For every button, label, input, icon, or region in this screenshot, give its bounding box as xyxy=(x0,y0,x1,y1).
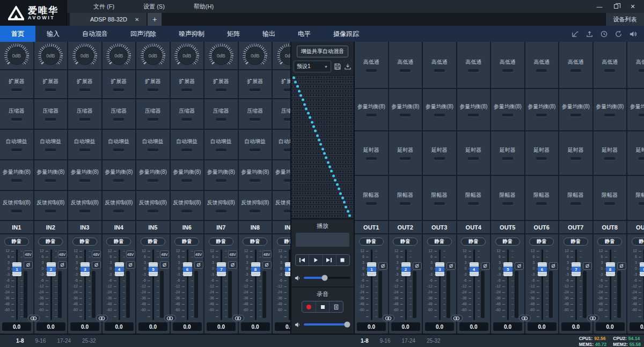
processor-button-1[interactable]: 参量均衡(8) xyxy=(594,89,627,131)
automix-mode-button[interactable]: 增益共享自动混音 xyxy=(297,46,348,57)
mute-button[interactable]: 静音 xyxy=(564,238,588,246)
processor-button-3[interactable]: 限幅器 xyxy=(559,176,592,221)
channel-link-button[interactable] xyxy=(519,315,531,321)
fader-track[interactable] xyxy=(16,249,18,320)
processor-button-4[interactable]: 反馈抑制(8) xyxy=(68,191,101,221)
fader-handle[interactable]: 9 xyxy=(285,262,291,276)
processor-button-3[interactable]: 限幅器 xyxy=(389,176,422,221)
processor-button-0[interactable]: 高低通 xyxy=(594,42,627,89)
processor-button-0[interactable]: 高低通 xyxy=(559,42,592,89)
fader-track[interactable] xyxy=(371,249,372,320)
prev-button[interactable] xyxy=(296,255,309,265)
gain-knob[interactable]: 0dB xyxy=(277,43,291,68)
next-button[interactable] xyxy=(323,255,336,265)
gain-knob[interactable]: 0dB xyxy=(72,43,97,68)
nav-tab-1[interactable]: 首页 xyxy=(0,26,35,42)
phase-invert-button[interactable]: Ø xyxy=(515,262,524,270)
fader-handle[interactable]: 4 xyxy=(470,262,479,276)
input-range-tab-17-24[interactable]: 17-24 xyxy=(57,338,71,344)
phantom-48v-button[interactable]: 48V xyxy=(228,250,237,258)
channel-link-button[interactable] xyxy=(383,315,394,321)
device-list-button[interactable]: 设备列表 xyxy=(605,13,644,26)
phase-invert-button[interactable]: Ø xyxy=(378,262,387,270)
phase-invert-button[interactable]: Ø xyxy=(549,262,558,270)
fader-handle[interactable]: 1 xyxy=(12,262,21,276)
fader-track[interactable] xyxy=(541,249,543,320)
processor-button-3[interactable]: 参量均衡(8) xyxy=(204,160,238,191)
input-range-tab-1-8[interactable]: 1-8 xyxy=(16,338,24,344)
fader-track[interactable] xyxy=(119,249,120,320)
processor-button-1[interactable]: 压缩器 xyxy=(273,99,291,130)
processor-button-3[interactable]: 参量均衡(8) xyxy=(239,160,272,191)
fader-handle[interactable]: 5 xyxy=(503,262,513,276)
processor-button-0[interactable]: 高低通 xyxy=(491,42,524,89)
nav-tab-4[interactable]: 回声消除 xyxy=(119,26,167,42)
refresh-icon[interactable] xyxy=(614,29,623,39)
fader-track[interactable] xyxy=(289,249,290,320)
record-volume-handle[interactable] xyxy=(344,322,350,328)
mute-button[interactable]: 静音 xyxy=(209,238,233,246)
processor-button-4[interactable]: 反馈抑制(8) xyxy=(273,191,291,221)
processor-button-0[interactable]: 扩展器 xyxy=(171,70,204,99)
nav-tab-6[interactable]: 矩阵 xyxy=(216,26,251,42)
processor-button-2[interactable]: 自动增益 xyxy=(273,130,291,160)
playback-volume-handle[interactable] xyxy=(322,275,328,281)
processor-button-2[interactable]: 自动增益 xyxy=(171,130,204,160)
gain-knob[interactable]: 0dB xyxy=(38,43,63,68)
processor-button-1[interactable]: 参量均衡(8) xyxy=(525,89,559,131)
mute-button[interactable]: 静音 xyxy=(461,238,486,246)
processor-button-0[interactable]: 高低通 xyxy=(525,42,559,89)
mute-button[interactable]: 静音 xyxy=(495,238,520,246)
processor-button-2[interactable]: 自动增益 xyxy=(0,130,33,160)
phantom-48v-button[interactable]: 48V xyxy=(126,250,135,258)
processor-button-4[interactable]: 反馈抑制(8) xyxy=(34,191,68,221)
fader-handle[interactable]: 4 xyxy=(115,262,124,276)
gain-knob[interactable]: 0dB xyxy=(141,43,165,68)
processor-button-2[interactable]: 延时器 xyxy=(355,131,388,176)
record-volume-slider[interactable] xyxy=(304,323,350,326)
processor-button-2[interactable]: 自动增益 xyxy=(103,130,136,160)
mute-button[interactable]: 静音 xyxy=(72,238,97,246)
phase-invert-button[interactable]: Ø xyxy=(58,261,67,269)
processor-button-3[interactable]: 限幅器 xyxy=(525,176,559,221)
processor-button-3[interactable]: 参量均衡(8) xyxy=(273,160,291,191)
processor-button-3[interactable]: 参量均衡(8) xyxy=(171,160,204,191)
processor-button-2[interactable]: 延时器 xyxy=(457,131,491,176)
mute-button[interactable]: 静音 xyxy=(38,238,63,246)
fader-handle[interactable]: 2 xyxy=(47,262,56,276)
output-range-tab-25-32[interactable]: 25-32 xyxy=(427,338,441,344)
fader-track[interactable] xyxy=(84,249,86,320)
phantom-48v-button[interactable]: 48V xyxy=(58,250,67,258)
processor-button-1[interactable]: 参量均衡(8) xyxy=(491,89,524,131)
record-button[interactable] xyxy=(302,301,316,312)
channel-link-button[interactable] xyxy=(451,315,463,321)
nav-tab-7[interactable]: 输出 xyxy=(251,26,287,42)
channel-link-button[interactable] xyxy=(587,315,599,321)
volume-icon[interactable] xyxy=(628,29,638,39)
menu-help[interactable]: 帮助(H) xyxy=(191,2,217,12)
channel-link-button[interactable] xyxy=(232,315,244,321)
fader-track[interactable] xyxy=(187,249,188,320)
processor-button-1[interactable]: 压缩器 xyxy=(239,99,272,130)
phase-invert-button[interactable]: Ø xyxy=(24,261,33,269)
processor-button-0[interactable]: 扩展器 xyxy=(103,70,136,99)
phase-invert-button[interactable]: Ø xyxy=(413,262,422,270)
mute-button[interactable]: 静音 xyxy=(4,238,29,246)
fader-handle[interactable]: 6 xyxy=(183,262,192,276)
output-range-tab-17-24[interactable]: 17-24 xyxy=(401,338,415,344)
phantom-48v-button[interactable]: 48V xyxy=(262,250,272,258)
channel-link-button[interactable] xyxy=(28,315,40,321)
tab-close-icon[interactable]: ✕ xyxy=(135,17,139,23)
stop-button[interactable] xyxy=(336,255,349,265)
processor-button-0[interactable]: 扩展器 xyxy=(0,70,33,99)
fader-handle[interactable]: 7 xyxy=(572,262,581,276)
processor-button-0[interactable]: 扩展器 xyxy=(34,70,68,99)
menu-file[interactable]: 文件 (F) xyxy=(90,2,118,12)
processor-button-2[interactable]: 延时器 xyxy=(627,131,644,176)
processor-button-1[interactable]: 参量均衡(8) xyxy=(559,89,592,131)
channel-link-button[interactable] xyxy=(96,315,108,321)
processor-button-0[interactable]: 扩展器 xyxy=(68,70,101,99)
processor-button-0[interactable]: 扩展器 xyxy=(273,70,291,99)
menu-settings[interactable]: 设置 (S) xyxy=(140,2,168,12)
nav-tab-9[interactable]: 摄像跟踪 xyxy=(322,26,370,42)
